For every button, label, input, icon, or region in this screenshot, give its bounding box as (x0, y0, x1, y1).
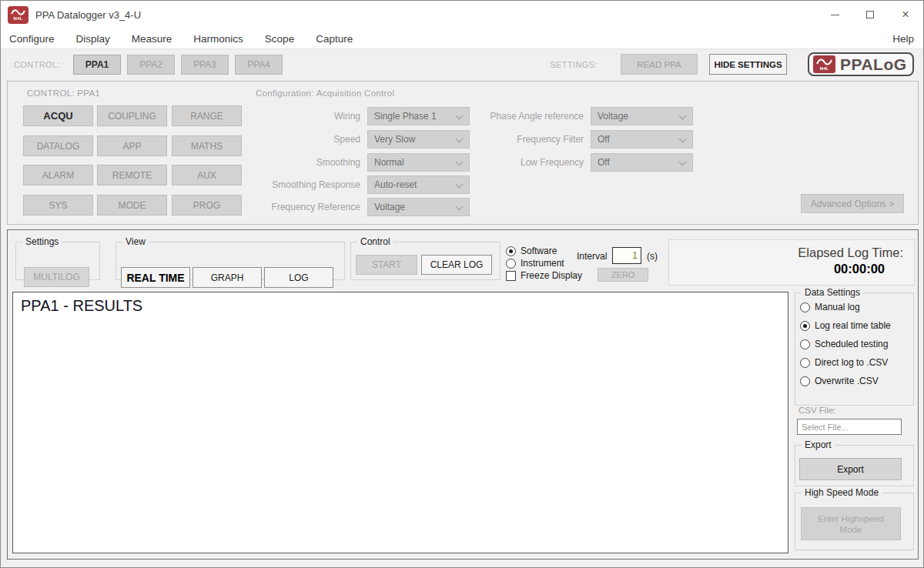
minimize-button[interactable] (817, 1, 852, 28)
panel-control-label: CONTROL: PPA1 (27, 89, 100, 98)
graph-view-button[interactable]: GRAPH (192, 267, 262, 288)
hide-settings-button[interactable]: HIDE SETTINGS (709, 54, 787, 75)
real-time-view-button[interactable]: REAL TIME (121, 267, 190, 288)
chevron-down-icon (456, 181, 464, 189)
instrument-radio[interactable] (506, 259, 516, 269)
high-speed-mode-group: High Speed Mode Enter Highspeed Mode (795, 493, 914, 550)
menu-capture[interactable]: Capture (305, 28, 363, 48)
phase-angle-reference-value: Voltage (598, 111, 628, 122)
freeze-display-row[interactable]: Freeze Display (506, 270, 582, 281)
ppa3-button[interactable]: PPA3 (181, 55, 229, 75)
acqu-button[interactable]: ACQU (23, 105, 93, 126)
window-controls: × (817, 1, 923, 28)
main-panel: Settings MULTILOG View REAL TIME GRAPH L… (7, 229, 919, 560)
title-bar: N4L PPA Datalogger v3_4-U × (1, 1, 923, 28)
read-ppa-button[interactable]: READ PPA (621, 54, 698, 75)
direct-log-csv-row[interactable]: Direct log to .CSV (800, 357, 888, 368)
ppa2-button[interactable]: PPA2 (127, 55, 175, 75)
data-settings-title: Data Settings (802, 287, 863, 298)
menu-bar: Configure Display Measure Harmonics Scop… (1, 28, 923, 48)
sine-wave-icon (816, 58, 832, 66)
start-button[interactable]: START (356, 255, 417, 275)
alarm-button[interactable]: ALARM (23, 165, 93, 185)
overwrite-csv-radio[interactable] (800, 376, 810, 386)
highspeed-button-line1: Enter Highspeed (818, 513, 884, 524)
remote-button[interactable]: REMOTE (97, 165, 167, 185)
smoothing-dropdown[interactable]: Normal (367, 153, 470, 172)
menu-scope[interactable]: Scope (254, 28, 305, 48)
smoothing-response-dropdown[interactable]: Auto-reset (367, 175, 470, 194)
frequency-reference-dropdown[interactable]: Voltage (367, 198, 470, 216)
scheduled-testing-label: Scheduled testing (815, 339, 888, 349)
wiring-value: Single Phase 1 (374, 111, 437, 122)
view-group-title: View (122, 236, 149, 247)
freeze-display-label: Freeze Display (521, 270, 582, 281)
sine-wave-icon (11, 9, 25, 16)
datalog-button[interactable]: DATALOG (23, 135, 93, 156)
results-title: PPA1 - RESULTS (21, 297, 142, 315)
sys-button[interactable]: SYS (23, 195, 93, 216)
interval-input[interactable] (612, 247, 641, 264)
overwrite-csv-row[interactable]: Overwrite .CSV (800, 376, 879, 386)
direct-log-csv-radio[interactable] (800, 358, 810, 368)
chevron-down-icon (456, 112, 464, 120)
zero-button[interactable]: ZERO (598, 268, 648, 282)
frequency-filter-dropdown[interactable]: Off (591, 130, 693, 149)
app-window: N4L PPA Datalogger v3_4-U × Configure Di… (0, 0, 924, 568)
coupling-button[interactable]: COUPLING (97, 105, 167, 126)
phase-angle-reference-dropdown[interactable]: Voltage (591, 107, 693, 125)
scheduled-testing-radio[interactable] (800, 339, 810, 349)
export-button[interactable]: Export (799, 458, 902, 480)
scheduled-testing-row[interactable]: Scheduled testing (800, 339, 888, 349)
multilog-button[interactable]: MULTILOG (24, 267, 89, 287)
manual-log-row[interactable]: Manual log (800, 302, 860, 312)
interval-unit-label: (s) (647, 251, 658, 262)
ppa1-button[interactable]: PPA1 (73, 55, 121, 75)
n4l-icon-label: N4L (13, 16, 22, 21)
low-frequency-value: Off (598, 157, 610, 168)
speed-dropdown[interactable]: Very Slow (367, 130, 470, 149)
frequency-filter-label: Frequency Filter (466, 134, 584, 145)
chevron-down-icon (679, 112, 687, 120)
settings-label: SETTINGS: (550, 60, 598, 69)
csv-file-input[interactable] (797, 419, 902, 435)
n4l-app-icon: N4L (8, 6, 28, 24)
log-real-time-radio[interactable] (800, 321, 810, 331)
enter-highspeed-mode-button[interactable]: Enter Highspeed Mode (801, 507, 901, 540)
app-button[interactable]: APP (97, 135, 167, 156)
clear-log-button[interactable]: CLEAR LOG (421, 255, 492, 275)
interval-label: Interval (577, 251, 607, 262)
chevron-down-icon (679, 159, 687, 166)
low-frequency-dropdown[interactable]: Off (591, 153, 693, 172)
export-group: Export Export (795, 445, 914, 486)
manual-log-radio[interactable] (800, 302, 810, 312)
software-radio-row[interactable]: Software (506, 246, 557, 256)
chevron-down-icon (456, 203, 464, 211)
frequency-reference-value: Voltage (374, 202, 405, 212)
close-button[interactable]: × (888, 1, 923, 28)
mode-button[interactable]: MODE (97, 195, 167, 216)
ppa4-button[interactable]: PPA4 (235, 55, 283, 75)
results-area: PPA1 - RESULTS (12, 292, 788, 553)
smoothing-label: Smoothing (200, 157, 360, 168)
elapsed-time-value: 00:00:00 (669, 262, 885, 276)
phase-angle-reference-label: Phase Angle reference (466, 111, 584, 122)
control-toolbar: CONTROL: PPA1 PPA2 PPA3 PPA4 SETTINGS: R… (1, 48, 923, 79)
menu-help[interactable]: Help (883, 28, 923, 48)
software-radio[interactable] (506, 246, 516, 256)
instrument-radio-row[interactable]: Instrument (506, 258, 564, 269)
advanced-options-button[interactable]: Advanced Options > (801, 194, 904, 213)
instrument-radio-label: Instrument (521, 258, 564, 269)
menu-harmonics[interactable]: Harmonics (182, 28, 254, 48)
panel-config-label: Configuration: Acquisition Control (256, 89, 394, 98)
freeze-display-checkbox[interactable] (506, 271, 516, 281)
ppalog-logo: N4L PPALoG (808, 52, 914, 76)
high-speed-mode-title: High Speed Mode (802, 487, 882, 498)
menu-display[interactable]: Display (65, 28, 121, 48)
maximize-button[interactable] (852, 1, 888, 28)
log-real-time-row[interactable]: Log real time table (800, 320, 891, 331)
log-view-button[interactable]: LOG (264, 267, 333, 288)
menu-configure[interactable]: Configure (1, 28, 65, 48)
wiring-dropdown[interactable]: Single Phase 1 (367, 107, 470, 125)
menu-measure[interactable]: Measure (121, 28, 183, 48)
